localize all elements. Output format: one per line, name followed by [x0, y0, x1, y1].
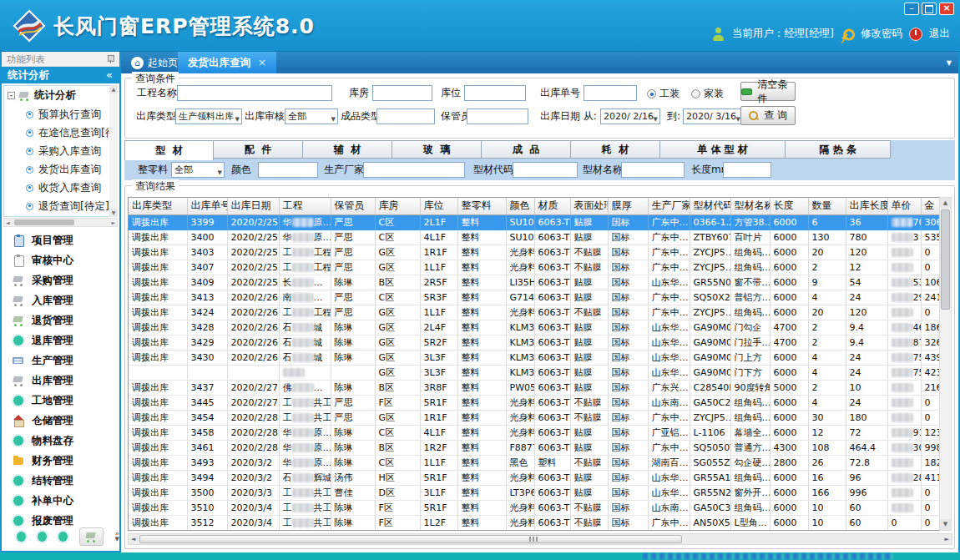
table-cell[interactable]: LT3P60	[506, 485, 534, 500]
table-cell[interactable]: 贴膜	[570, 335, 608, 350]
table-cell[interactable]: 整料	[457, 230, 506, 245]
table-row[interactable]: 调拨出库33992020/2/25华原…严思C区2L1F整料SU10…6063-…	[129, 214, 940, 230]
table-row[interactable]: 调拨出库34612020/2/28华原…陈琳B区1R2F整料F8877FT606…	[129, 440, 940, 455]
table-cell[interactable]: 贴膜	[570, 365, 608, 380]
table-cell[interactable]: 16	[808, 470, 846, 485]
date-from-select[interactable]: 2020/ 2/16	[600, 108, 660, 124]
table-cell[interactable]: 6000	[770, 470, 808, 485]
table-cell[interactable]: 国标	[608, 440, 648, 455]
table-cell[interactable]: 光身料	[506, 515, 534, 530]
table-cell[interactable]: F区	[375, 395, 420, 410]
dot-icon[interactable]	[58, 532, 68, 542]
table-cell[interactable]: 方管38…	[730, 214, 770, 230]
material-tab-4[interactable]: 玻 璃	[392, 140, 482, 159]
table-cell[interactable]: 6000	[770, 214, 808, 230]
table-cell[interactable]: 调拨出库	[129, 440, 187, 455]
table-cell[interactable]: 调拨出库	[129, 230, 187, 245]
table-cell[interactable]: 曹佳	[331, 485, 375, 500]
table-cell[interactable]: GA90M09…	[690, 365, 730, 380]
table-cell[interactable]: 整料	[457, 214, 506, 230]
table-cell[interactable]: 6000	[770, 365, 808, 380]
table-cell[interactable]: 6063-T5	[534, 335, 570, 350]
table-cell[interactable]: GA90M06…	[690, 320, 730, 335]
table-cell[interactable]: 光身料	[506, 470, 534, 485]
table-cell[interactable]: 6063-T5	[534, 515, 570, 530]
table-cell[interactable]: 120	[846, 305, 887, 320]
table-cell[interactable]: 6000	[770, 395, 808, 410]
sidebar-item-审核中心[interactable]: 审核中心	[2, 250, 119, 270]
table-cell[interactable]: 3407	[187, 260, 227, 275]
table-cell[interactable]: 3L3F	[420, 350, 457, 365]
table-cell[interactable]: F区	[375, 515, 420, 530]
table-cell[interactable]: 3510	[187, 500, 227, 515]
table-cell[interactable]: 2020/2/25	[227, 260, 279, 275]
table-cell[interactable]: 3437	[187, 380, 227, 395]
length-input[interactable]	[723, 162, 771, 178]
table-cell[interactable]: 调拨出库	[129, 275, 187, 290]
table-cell[interactable]: 6063-T5	[534, 275, 570, 290]
maker-input[interactable]	[363, 162, 465, 178]
table-cell[interactable]: ZYCJP5…	[690, 305, 730, 320]
table-cell[interactable]: 山东南…	[648, 500, 690, 515]
table-cell[interactable]: 严思	[331, 395, 375, 410]
project-name-input[interactable]	[177, 85, 332, 101]
sidebar-item-结转管理[interactable]: 结转管理	[2, 471, 119, 491]
table-cell[interactable]: 2	[808, 320, 846, 335]
table-cell[interactable]: 石城	[279, 335, 331, 350]
table-cell[interactable]: 3494	[187, 470, 227, 485]
table-cell[interactable]: 123	[921, 425, 940, 440]
table-cell[interactable]: 广东中…	[648, 305, 690, 320]
table-cell[interactable]: 门下方	[730, 365, 770, 380]
table-cell[interactable]: 贴膜	[570, 485, 608, 500]
table-cell[interactable]: 6000	[770, 305, 808, 320]
table-cell[interactable]: 1L1F	[420, 305, 457, 320]
table-cell[interactable]: 调拨出库	[129, 470, 187, 485]
table-cell[interactable]: SG055Z	[690, 455, 730, 470]
table-cell[interactable]: 537	[887, 275, 921, 290]
table-cell[interactable]: 6063-T5	[534, 470, 570, 485]
scroll-right-icon[interactable]: ►	[945, 536, 949, 543]
table-cell[interactable]: 广东中…	[648, 245, 690, 260]
column-header[interactable]: 型材名称	[730, 198, 770, 214]
table-cell[interactable]: 不贴膜	[570, 245, 608, 260]
table-cell[interactable]: 1R1F	[420, 245, 457, 260]
table-cell[interactable]: 长…	[279, 275, 331, 290]
table-cell[interactable]: 国标	[608, 500, 648, 515]
table-cell[interactable]: 严思	[331, 305, 375, 320]
table-cell[interactable]: 整料	[457, 350, 506, 365]
table-cell[interactable]: 2020/3/4	[227, 515, 279, 530]
table-cell[interactable]: 2020/3/4	[227, 500, 279, 515]
dot-icon[interactable]	[38, 532, 47, 542]
column-header[interactable]: 保管员	[331, 198, 375, 214]
table-cell[interactable]: 整料	[457, 455, 506, 470]
table-cell[interactable]: 216	[921, 380, 940, 395]
table-cell[interactable]: 6000	[770, 245, 808, 260]
table-cell[interactable]: 广东中…	[648, 440, 690, 455]
table-row[interactable]: 调拨出库34582020/2/28华原…陈琳C区4L1F整料光身料6063-T5…	[129, 425, 940, 440]
table-cell[interactable]: 国标	[608, 515, 648, 530]
column-header[interactable]: 出库类型	[129, 198, 187, 214]
table-cell[interactable]: 2020/2/25	[227, 275, 279, 290]
table-cell[interactable]: 陈琳	[331, 515, 375, 530]
table-cell[interactable]: 组角码…	[730, 260, 770, 275]
table-cell[interactable]: 2020/2/28	[227, 425, 279, 440]
table-cell[interactable]: 2020/2/26	[227, 290, 279, 305]
table-cell[interactable]	[887, 245, 921, 260]
scrollbar-thumb[interactable]	[941, 209, 950, 310]
tree-item[interactable]: 发货出库查询	[4, 160, 117, 179]
table-cell[interactable]: 华原…	[279, 455, 331, 470]
table-cell[interactable]: 门上方	[730, 350, 770, 365]
table-cell[interactable]: 整料	[457, 485, 506, 500]
profile-name-input[interactable]	[621, 162, 685, 178]
table-cell[interactable]: 0	[921, 410, 940, 425]
table-cell[interactable]: 工共工程	[279, 515, 331, 530]
table-cell[interactable]: 4	[808, 365, 846, 380]
table-cell[interactable]: 3413	[187, 290, 227, 305]
table-cell[interactable]: 0	[921, 395, 940, 410]
table-cell[interactable]: 90度转角	[730, 380, 770, 395]
tree-item[interactable]: 在途信息查询[待	[4, 124, 117, 142]
table-cell[interactable]: 2020/2/25	[227, 214, 279, 230]
column-header[interactable]: 出库长度	[846, 198, 887, 214]
table-cell[interactable]: 2	[808, 335, 846, 350]
table-cell[interactable]: 工共工程	[279, 410, 331, 425]
